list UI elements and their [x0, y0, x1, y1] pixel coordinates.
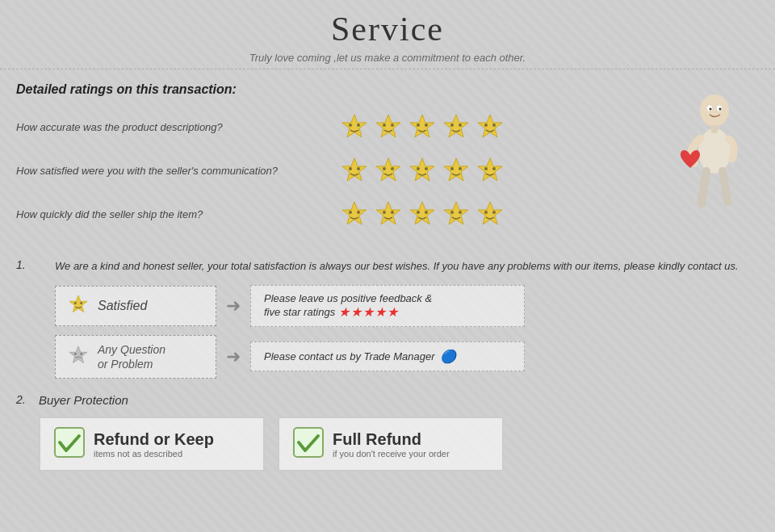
star-3-2 [373, 199, 404, 229]
star-2-3 [407, 155, 438, 186]
svg-point-53 [74, 302, 77, 304]
list-item-1-text: We are a kind and honest seller, your to… [55, 258, 759, 275]
protection-box-1: Refund or Keep items not as described [39, 417, 265, 471]
rating-row-3: How quickly did the seller ship the item… [16, 199, 654, 229]
star-2-1 [339, 155, 370, 186]
svg-marker-24 [444, 158, 468, 181]
svg-rect-51 [711, 125, 718, 133]
svg-marker-33 [376, 202, 400, 224]
svg-point-34 [383, 211, 386, 214]
star-1-5 [475, 111, 505, 142]
feedback-text-2: five star ratings [264, 306, 335, 318]
star-2-4 [441, 155, 471, 186]
contact-text: Please contact us by Trade Manager [264, 350, 435, 362]
svg-point-25 [450, 167, 454, 170]
svg-point-10 [450, 124, 454, 127]
svg-point-8 [425, 124, 428, 127]
protection-box-2: Full Refund if you don't receive your or… [278, 417, 504, 471]
rating-question-1: How accurate was the product description… [16, 121, 323, 133]
small-star-5: ★ [387, 304, 398, 320]
svg-point-7 [417, 124, 420, 127]
satisfied-row: Satisfied ➜ Please leave us positive fee… [55, 285, 759, 327]
left-content: Detailed ratings on this transaction: Ho… [16, 82, 654, 245]
feedback-stars: ★ ★ ★ ★ ★ [338, 304, 398, 320]
svg-point-16 [349, 167, 352, 170]
svg-point-40 [450, 211, 454, 214]
question-star-icon [67, 344, 90, 370]
list-item-2: 2. Buyer Protection Refund or Keep items… [16, 393, 759, 471]
feedback-box: Please leave us positive feedback & five… [250, 285, 525, 327]
svg-point-17 [357, 167, 360, 170]
svg-point-48 [710, 108, 712, 111]
section-title: Detailed ratings on this transaction: [16, 82, 654, 97]
svg-point-13 [484, 124, 488, 127]
star-3-4 [441, 199, 471, 229]
star-1-1 [339, 111, 370, 142]
svg-point-43 [484, 211, 488, 214]
satisfied-star-icon [67, 293, 90, 319]
svg-marker-42 [478, 202, 502, 224]
buyer-protection-label: Buyer Protection [39, 393, 759, 407]
protection-1-sub: items not as described [94, 449, 214, 459]
rating-question-2: How satisfied were you with the seller's… [16, 165, 323, 177]
star-1-2 [373, 111, 404, 142]
list-number-2: 2. [16, 393, 32, 471]
checkmark-icon-2 [292, 426, 325, 462]
svg-marker-36 [410, 202, 434, 224]
svg-point-31 [349, 211, 352, 214]
protection-boxes: Refund or Keep items not as described Fu… [39, 417, 759, 471]
ratings-table: How accurate was the product description… [16, 111, 654, 229]
small-star-3: ★ [362, 304, 374, 320]
rating-row-1: How accurate was the product description… [16, 111, 654, 142]
protection-2-sub: if you don't receive your order [333, 449, 450, 459]
svg-point-4 [383, 124, 386, 127]
star-3-5 [475, 199, 505, 229]
svg-point-44 [492, 211, 496, 214]
svg-point-29 [492, 167, 496, 170]
svg-point-57 [80, 353, 82, 355]
contact-box: Please contact us by Trade Manager 🔵 [250, 341, 525, 371]
svg-point-54 [80, 302, 82, 304]
arrow-right-icon-2: ➜ [226, 346, 241, 367]
svg-marker-12 [478, 115, 502, 137]
svg-marker-55 [69, 346, 87, 363]
svg-point-37 [417, 211, 420, 214]
star-3-1 [339, 199, 370, 229]
svg-point-38 [425, 211, 428, 214]
star-2-2 [373, 155, 404, 186]
svg-point-14 [492, 124, 496, 127]
arrow-right-icon-1: ➜ [226, 295, 241, 316]
rating-row-2: How satisfied were you with the seller's… [16, 155, 654, 186]
list-number-1: 1. [16, 258, 32, 379]
svg-point-19 [383, 167, 386, 170]
star-1-4 [441, 111, 471, 142]
protection-2-labels: Full Refund if you don't receive your or… [333, 430, 450, 459]
svg-marker-30 [342, 202, 367, 224]
star-3-3 [407, 199, 438, 229]
stars-group-3 [339, 199, 505, 229]
satisfied-box: Satisfied [55, 286, 216, 326]
star-1-3 [407, 111, 438, 142]
question-box: Any Question or Problem [55, 335, 216, 379]
question-label: Any Question or Problem [98, 342, 165, 371]
svg-marker-15 [342, 158, 367, 181]
svg-marker-0 [342, 115, 367, 137]
header-subtitle: Truly love coming ,let us make a commitm… [0, 52, 775, 64]
svg-point-50 [698, 128, 731, 174]
svg-point-28 [484, 167, 488, 170]
svg-point-35 [391, 211, 394, 214]
svg-point-41 [459, 211, 462, 214]
small-star-1: ★ [338, 304, 350, 320]
svg-point-23 [425, 167, 428, 170]
svg-marker-3 [376, 115, 400, 137]
protection-1-labels: Refund or Keep items not as described [94, 430, 214, 459]
main-content: Detailed ratings on this transaction: Ho… [0, 69, 775, 258]
svg-marker-9 [444, 115, 468, 137]
list-item-1: 1. We are a kind and honest seller, your… [16, 258, 759, 379]
rating-question-3: How quickly did the seller ship the item… [16, 208, 323, 220]
svg-marker-52 [69, 295, 87, 312]
feedback-text-1: Please leave us positive feedback & [264, 292, 432, 304]
svg-point-22 [417, 167, 420, 170]
star-2-5 [475, 155, 505, 186]
protection-2-main: Full Refund [333, 430, 450, 449]
